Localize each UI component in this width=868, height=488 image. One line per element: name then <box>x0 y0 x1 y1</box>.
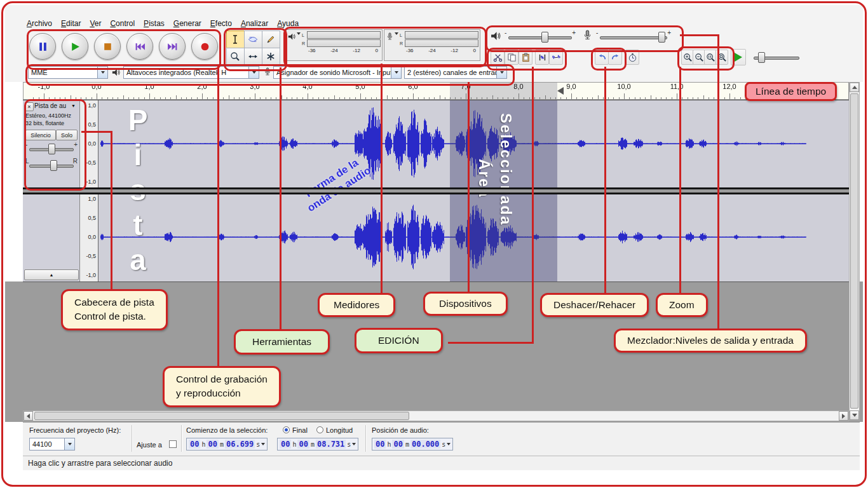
playback-meter[interactable]: L R -36-24-120 <box>286 29 383 61</box>
ruler-value: 1,0 <box>88 102 96 109</box>
menu-pistas[interactable]: Pistas <box>140 18 168 30</box>
radio-length[interactable] <box>316 426 323 433</box>
vertical-scrollbar[interactable] <box>849 82 860 421</box>
output-speaker-icon <box>491 30 501 41</box>
pan-slider[interactable]: L R <box>25 159 78 172</box>
track-menu-arrow-icon[interactable]: ▼ <box>71 104 76 108</box>
draw-tool-button[interactable] <box>262 30 280 48</box>
radio-end[interactable] <box>283 426 290 433</box>
timeline-label: 9,0 <box>566 83 576 90</box>
silence-audio-button[interactable] <box>549 50 563 65</box>
tools-toolbar <box>226 30 281 65</box>
record-button[interactable] <box>191 33 218 60</box>
menu-analizar[interactable]: Analizar <box>237 18 272 30</box>
menu-control[interactable]: Control <box>106 18 139 30</box>
fit-selection-button[interactable] <box>704 50 717 65</box>
menu-generar[interactable]: Generar <box>170 18 205 30</box>
paste-button[interactable] <box>519 50 532 65</box>
horizontal-scrollbar[interactable] <box>23 410 849 421</box>
ruler-value: 1,0 <box>88 196 96 202</box>
audio-host-select[interactable]: MME <box>28 66 108 79</box>
playback-speed-slider[interactable] <box>750 51 803 64</box>
copy-button[interactable] <box>505 50 519 65</box>
separator <box>365 425 367 452</box>
slider-thumb[interactable] <box>50 160 57 171</box>
slider-thumb[interactable] <box>541 32 548 43</box>
timeline-ruler[interactable]: -1,0 0,0 1,0 2,0 3,0 4,0 5,0 6,0 7,0 8,0… <box>23 82 849 100</box>
output-volume-slider[interactable]: - + <box>505 30 576 43</box>
stop-icon <box>102 41 113 52</box>
skip-to-start-button[interactable] <box>126 33 153 60</box>
stop-button[interactable] <box>94 33 121 60</box>
zoom-tool-button[interactable] <box>226 48 245 65</box>
menu-ayuda[interactable]: Ayuda <box>273 18 302 30</box>
input-channels-select[interactable]: 2 (estéreo) canales de entrada <box>404 66 507 79</box>
close-track-button[interactable]: × <box>25 102 34 111</box>
slider-track <box>600 36 667 39</box>
minus-label: - <box>505 29 506 36</box>
snap-to-checkbox[interactable] <box>169 440 177 448</box>
meter-menu-arrow-icon[interactable] <box>395 32 398 35</box>
silence-icon <box>552 53 561 62</box>
solo-button[interactable]: Solo <box>56 130 78 140</box>
timeline-label: 7,0 <box>461 83 470 90</box>
play-button[interactable] <box>62 33 88 60</box>
meter-menu-arrow-icon[interactable] <box>297 32 301 35</box>
undo-button[interactable] <box>595 50 609 65</box>
menu-ver[interactable]: Ver <box>86 18 105 30</box>
timer-button[interactable] <box>625 50 639 65</box>
scroll-right-button[interactable] <box>839 411 848 421</box>
callout-tools: Herramientas <box>234 329 330 355</box>
timeline-label: 6,0 <box>408 83 417 90</box>
spinner-icon[interactable] <box>261 443 265 445</box>
fit-project-button[interactable] <box>715 50 728 65</box>
ruler-value: -0,5 <box>86 253 96 259</box>
audio-position-field[interactable]: 00h 00m 00.000s <box>372 438 453 451</box>
zoom-out-button[interactable] <box>693 50 705 65</box>
recording-meter[interactable]: L R -36-24-120 <box>384 29 480 61</box>
gain-slider[interactable]: - + <box>25 142 78 155</box>
zoom-in-button[interactable] <box>681 50 694 65</box>
arrow-down-icon <box>852 414 857 417</box>
record-icon <box>200 41 210 52</box>
selected-area-text-line2: Seleccionada <box>497 113 515 226</box>
scroll-left-button[interactable] <box>24 411 33 421</box>
scroll-up-button[interactable] <box>850 83 859 92</box>
slider-thumb[interactable] <box>658 32 665 43</box>
collapse-track-button[interactable]: ▲ <box>24 269 79 280</box>
menu-editar[interactable]: Editar <box>57 18 85 30</box>
envelope-tool-button[interactable] <box>244 30 262 48</box>
menu-efecto[interactable]: Efecto <box>207 18 236 30</box>
pause-button[interactable] <box>29 33 56 60</box>
input-device-select[interactable]: Asignador de sonido Microsoft - Input <box>273 66 402 79</box>
zoom-selection-icon <box>706 53 715 62</box>
spinner-icon[interactable] <box>352 443 356 445</box>
spinner-icon[interactable] <box>447 443 451 445</box>
redo-button[interactable] <box>608 50 622 65</box>
callout-mixer: Mezclador:Niveles de salida y entrada <box>614 329 807 353</box>
play-at-speed-button[interactable] <box>731 49 746 65</box>
timeline-label: 12,0 <box>722 83 736 90</box>
selection-end-field[interactable]: 00h 00m 08.731s <box>277 438 358 451</box>
scroll-thumb[interactable] <box>34 412 409 420</box>
slider-thumb[interactable] <box>48 144 55 154</box>
project-rate-select[interactable]: 44100 <box>29 438 75 451</box>
multi-tool-button[interactable] <box>262 48 280 65</box>
scissors-icon <box>493 53 503 62</box>
microphone-icon <box>386 32 394 41</box>
mute-button[interactable]: Silencio <box>25 130 56 140</box>
selection-start-field[interactable]: 00h 00m 06.699s <box>186 438 268 451</box>
scroll-down-button[interactable] <box>850 410 859 420</box>
selection-tool-button[interactable] <box>226 30 245 48</box>
menu-archivo[interactable]: Archivo <box>23 18 56 30</box>
skip-to-end-button[interactable] <box>159 33 186 60</box>
timeshift-tool-button[interactable] <box>244 48 262 65</box>
slider-thumb[interactable] <box>758 52 765 63</box>
slider-track <box>508 36 572 39</box>
output-device-select[interactable]: Altavoces integrados (Realtek H <box>123 66 259 79</box>
trim-audio-button[interactable] <box>535 50 549 65</box>
track-title[interactable]: Pista de au <box>34 102 66 109</box>
cut-button[interactable] <box>491 50 505 65</box>
input-volume-slider[interactable]: - + <box>596 30 671 43</box>
scroll-thumb[interactable] <box>850 93 858 409</box>
